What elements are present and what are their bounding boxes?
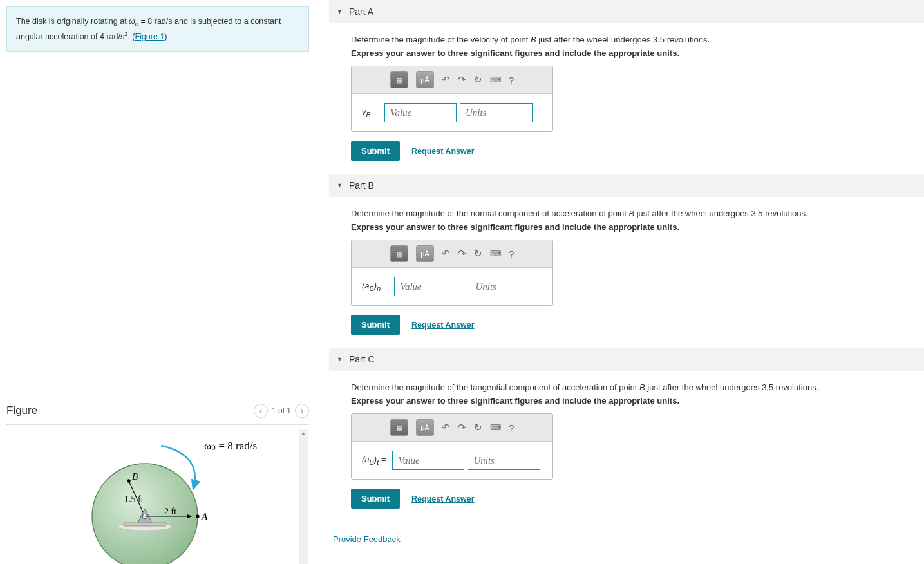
omega-var: ω [129, 17, 135, 26]
part-b-question: Determine the magnitude of the normal co… [351, 209, 924, 218]
fig-omega-label: ω₀ = 8 rad/s [204, 440, 257, 452]
part-c-units-input[interactable] [468, 451, 540, 470]
fig-radius-a: 2 ft [164, 507, 176, 516]
problem-end: ) [164, 32, 167, 41]
parts-panel: Part A Determine the magnitude of the ve… [316, 0, 924, 546]
help-icon[interactable]: ? [509, 422, 514, 433]
part-b-answer-box: ▦ μÅ ↶ ↷ ↻ ⌨ ? (aB)n = [351, 240, 553, 306]
part-b-title: Part B [349, 180, 374, 191]
part-b-header[interactable]: Part B [329, 174, 924, 197]
reset-icon[interactable]: ↻ [474, 248, 482, 259]
alpha-val: 4 rad/s [100, 32, 124, 41]
part-a-answer-box: ▦ μÅ ↶ ↷ ↻ ⌨ ? vB = [351, 66, 553, 132]
part-c-var-label: (aB)t = [362, 455, 386, 466]
fig-point-b: B [132, 471, 138, 482]
undo-icon[interactable]: ↶ [442, 422, 450, 433]
problem-text: The disk is originally rotating at [16, 17, 129, 26]
redo-icon[interactable]: ↷ [458, 422, 466, 433]
special-chars-icon[interactable]: μÅ [416, 419, 434, 436]
redo-icon[interactable]: ↷ [458, 248, 466, 259]
part-a-header[interactable]: Part A [329, 0, 924, 23]
redo-icon[interactable]: ↷ [458, 74, 466, 86]
part-a-title: Part A [349, 6, 373, 17]
svg-point-7 [196, 514, 199, 518]
templates-icon[interactable]: ▦ [390, 71, 408, 88]
reset-icon[interactable]: ↻ [474, 74, 482, 86]
part-a-value-input[interactable] [384, 103, 457, 122]
part-c-instruct: Express your answer to three significant… [351, 396, 924, 406]
undo-icon[interactable]: ↶ [442, 248, 450, 259]
figure-nav-label: 1 of 1 [272, 406, 291, 415]
part-c-request-answer-link[interactable]: Request Answer [411, 494, 474, 503]
part-c-answer-box: ▦ μÅ ↶ ↷ ↻ ⌨ ? (aB)t = [351, 413, 553, 480]
problem-suffix: . ( [127, 32, 135, 41]
undo-icon[interactable]: ↶ [442, 74, 450, 86]
svg-rect-5 [124, 523, 165, 526]
figure-image: ω₀ = 8 rad/s B 1.5 ft 2 ft A ▲ [6, 429, 309, 564]
keyboard-icon[interactable]: ⌨ [490, 423, 501, 432]
figure-title: Figure [6, 404, 37, 417]
special-chars-icon[interactable]: μÅ [416, 245, 434, 262]
part-a-instruct: Express your answer to three significant… [351, 48, 924, 58]
reset-icon[interactable]: ↻ [474, 422, 482, 433]
part-a-question: Determine the magnitude of the velocity … [351, 35, 924, 44]
scroll-up-icon[interactable]: ▲ [299, 429, 308, 438]
figure-scrollbar[interactable]: ▲ [299, 429, 308, 564]
problem-statement: The disk is originally rotating at ω0 = … [6, 6, 309, 52]
part-b-var-label: (aB)n = [362, 281, 388, 292]
omega-val: = 8 rad/s [138, 17, 172, 26]
help-icon[interactable]: ? [509, 75, 514, 86]
part-a-var-label: vB = [362, 107, 378, 118]
part-a-request-answer-link[interactable]: Request Answer [411, 147, 474, 156]
part-c-title: Part C [349, 354, 375, 364]
part-c-header[interactable]: Part C [329, 348, 924, 371]
part-c-value-input[interactable] [392, 451, 464, 470]
provide-feedback-link[interactable]: Provide Feedback [329, 522, 401, 546]
part-b-value-input[interactable] [394, 277, 466, 296]
figure-prev-button[interactable]: ‹ [254, 404, 268, 418]
part-b-submit-button[interactable]: Submit [351, 315, 400, 335]
figure-next-button[interactable]: › [295, 404, 309, 418]
part-b-request-answer-link[interactable]: Request Answer [411, 321, 474, 330]
templates-icon[interactable]: ▦ [390, 245, 408, 262]
fig-point-a: A [201, 511, 208, 522]
part-c-question: Determine the magnitude of the tangentia… [351, 382, 924, 392]
keyboard-icon[interactable]: ⌨ [490, 75, 501, 84]
keyboard-icon[interactable]: ⌨ [490, 249, 501, 258]
part-a-units-input[interactable] [460, 103, 533, 122]
part-a-submit-button[interactable]: Submit [351, 141, 400, 161]
part-c-submit-button[interactable]: Submit [351, 489, 400, 509]
part-b-units-input[interactable] [470, 277, 542, 296]
templates-icon[interactable]: ▦ [390, 419, 408, 436]
part-b-instruct: Express your answer to three significant… [351, 222, 924, 232]
special-chars-icon[interactable]: μÅ [416, 71, 434, 88]
figure-link[interactable]: Figure 1 [135, 32, 165, 41]
help-icon[interactable]: ? [509, 249, 514, 259]
fig-radius-b: 1.5 ft [124, 494, 144, 504]
